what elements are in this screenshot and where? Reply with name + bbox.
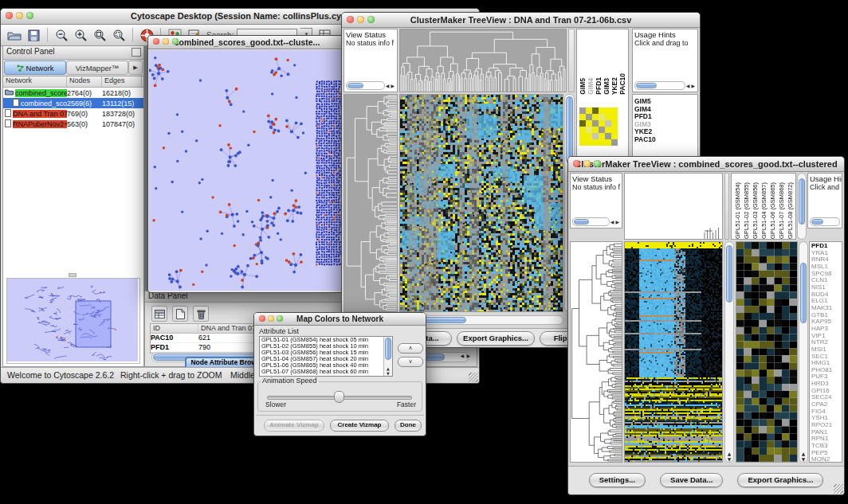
treeview1-titlebar[interactable]: ClusterMaker TreeView : DNA and Tran 07-… [342, 13, 700, 28]
close-button[interactable] [259, 315, 265, 322]
attribute-list-scrollbar[interactable]: ▲▼ [383, 337, 392, 376]
network-overview-panel[interactable] [6, 278, 140, 364]
gene-list-scrollbar[interactable]: ▲▼ [799, 241, 808, 463]
scroll-left-icon[interactable]: ◀ [385, 83, 391, 88]
network-canvas[interactable] [149, 50, 344, 291]
scrollbar-thumb[interactable] [574, 219, 589, 225]
attribute-item[interactable]: GPL51-07 (GSM868) heat shock 60 min [260, 369, 392, 375]
zoom-button[interactable] [172, 38, 179, 45]
tab-vizmapper[interactable]: VizMapper™ [66, 61, 128, 75]
close-button[interactable] [347, 16, 354, 23]
scroll-arrows[interactable]: ▲▼ [384, 366, 392, 376]
resize-grip[interactable] [469, 373, 478, 382]
select-attributes-button[interactable] [151, 306, 167, 322]
speed-slider-thumb[interactable] [334, 391, 344, 403]
submatrix-canvas[interactable] [579, 107, 618, 146]
column-dendrogram-panel[interactable] [624, 173, 723, 240]
minimize-button[interactable] [583, 160, 591, 167]
heatmap-panel[interactable] [399, 94, 563, 312]
new-attribute-button[interactable] [172, 306, 188, 322]
resize-grip[interactable] [834, 484, 843, 494]
scrollbar-thumb[interactable] [347, 83, 363, 88]
view-status-scrollbar[interactable]: ◀▶ [346, 81, 395, 90]
tab-network[interactable]: Network [4, 61, 66, 75]
heatmap-panel[interactable] [624, 241, 723, 463]
scroll-left-icon[interactable]: ◀ [685, 83, 691, 88]
usage-hints-scrollbar[interactable]: ◀▶ [634, 81, 696, 90]
usage-hints-scrollbar[interactable] [810, 217, 840, 226]
view-status-scrollbar[interactable]: ◀▶ [572, 217, 620, 226]
network-table-row[interactable]: combined_scores2764(0)16218(0) [3, 88, 143, 98]
zoom-button[interactable] [594, 160, 601, 167]
scrollbar-thumb[interactable] [566, 96, 573, 163]
scroll-right-icon[interactable]: ▶ [390, 83, 395, 88]
zoom-button[interactable] [26, 12, 33, 19]
minimize-button[interactable] [268, 315, 274, 322]
minimize-button[interactable] [357, 16, 364, 23]
row-dendrogram-panel[interactable] [570, 241, 622, 463]
network-view-titlebar[interactable]: combined_scores_good.txt--cluste... [148, 36, 346, 49]
save-button[interactable] [25, 26, 42, 44]
delete-attribute-button[interactable] [193, 306, 209, 322]
float-panel-icon[interactable] [132, 48, 141, 57]
heatmap-canvas[interactable] [400, 95, 563, 311]
zoom-in-button[interactable] [72, 26, 89, 44]
scrollbar-thumb[interactable] [636, 83, 657, 88]
scroll-arrows[interactable]: ▲▼ [799, 451, 807, 462]
dialog-button-1[interactable]: Create Vizmap [330, 420, 389, 432]
scroll-strip[interactable] [568, 29, 575, 92]
network-table-row[interactable]: combined_sco2569(6)13112(15) [3, 98, 143, 108]
close-button[interactable] [153, 38, 159, 45]
tv2-button-1[interactable]: Save Data... [660, 473, 723, 487]
tv1-button-1[interactable]: Export Graphics... [457, 331, 535, 346]
dialog-button-2[interactable]: Done [395, 420, 422, 432]
move-down-button[interactable]: ∨ [398, 357, 423, 367]
zoom-out-button[interactable] [53, 26, 70, 44]
scrollbar-thumb[interactable] [800, 263, 807, 323]
scroll-strip[interactable] [724, 173, 729, 240]
scroll-left-icon[interactable]: ◀ [610, 219, 615, 225]
column-header-network[interactable]: Network [3, 76, 67, 87]
scroll-arrows[interactable]: ▲▼ [725, 451, 733, 462]
heatmap-canvas[interactable] [625, 242, 722, 462]
tab-more-button[interactable]: ▶ [128, 61, 143, 75]
scrollbar-thumb[interactable] [799, 178, 805, 225]
scroll-left-icon[interactable]: ◀ [460, 353, 464, 358]
tv2-button-2[interactable]: Export Graphics... [737, 473, 823, 487]
network-table-row[interactable]: DNA and Tran 07769(0)183728(0) [3, 108, 143, 119]
attribute-list[interactable]: GPL51-01 (GSM854) heat shock 05 minGPL51… [259, 336, 393, 377]
gene-label[interactable]: PAC10 [633, 136, 697, 144]
open-button[interactable] [6, 26, 23, 44]
scroll-right-icon[interactable]: ▶ [690, 83, 696, 88]
minimize-button[interactable] [163, 38, 169, 45]
heatmap-vscrollbar[interactable]: ▲▼ [724, 241, 734, 463]
scroll-right-icon[interactable]: ▶ [614, 219, 620, 225]
dialog-titlebar[interactable]: Map Colors to Network [254, 313, 426, 326]
close-button[interactable] [6, 12, 13, 19]
zoom-selected-button[interactable] [110, 26, 128, 44]
splitter-handle[interactable] [69, 273, 77, 277]
scrollbar-track[interactable] [810, 217, 840, 226]
scrollbar-thumb[interactable] [811, 219, 823, 225]
zoom-submatrix-panel[interactable] [736, 241, 798, 463]
row-dendrogram-panel[interactable] [344, 94, 398, 312]
column-header-nodes[interactable]: Nodes [67, 76, 102, 87]
scroll-right-icon[interactable]: ▶ [466, 353, 470, 358]
zoom-fit-button[interactable] [91, 26, 108, 44]
move-up-button[interactable]: ∧ [398, 343, 423, 354]
column-dendrogram-panel[interactable] [399, 29, 567, 92]
zoom-button[interactable] [367, 16, 375, 23]
scrollbar-thumb[interactable] [385, 338, 391, 360]
zoom-submatrix-canvas[interactable] [736, 242, 797, 462]
row-dendrogram-canvas[interactable] [571, 242, 622, 462]
zoom-button[interactable] [277, 315, 283, 322]
close-button[interactable] [573, 160, 580, 167]
row-dendrogram-canvas[interactable] [344, 95, 397, 311]
scrollbar-thumb[interactable] [726, 245, 732, 303]
treeview2-titlebar[interactable]: ClusterMaker TreeView : combined_scores_… [568, 157, 844, 172]
scrollbar-track[interactable] [346, 81, 385, 90]
scrollbar-track[interactable] [634, 81, 685, 90]
column-labels-scrollbar[interactable] [797, 173, 807, 240]
column-header-edges[interactable]: Edges [102, 76, 142, 87]
network-table-row[interactable]: RNAPuberNov2+!563(0)107847(0) [3, 119, 143, 129]
